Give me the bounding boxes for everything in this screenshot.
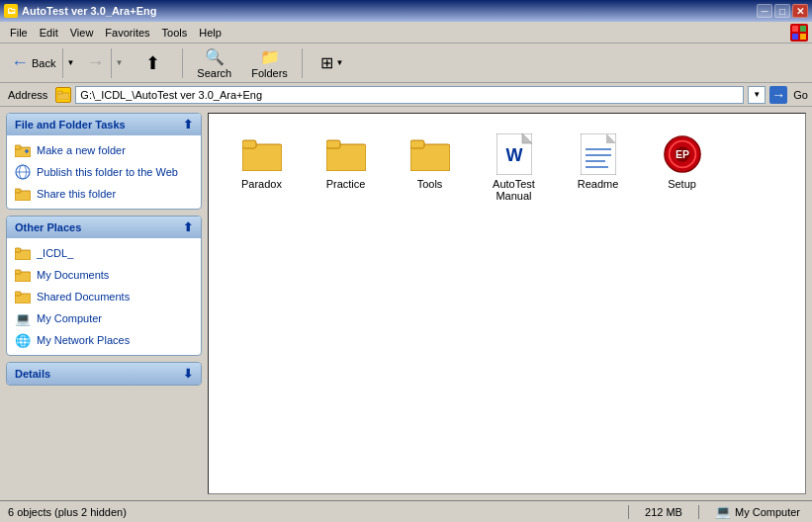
- statusbar-divider1: [628, 505, 629, 519]
- file-item-setup[interactable]: EP Setup: [645, 130, 719, 207]
- svg-rect-14: [15, 189, 21, 193]
- forward-arrow-icon: →: [86, 52, 104, 73]
- close-button[interactable]: ✕: [792, 4, 808, 18]
- practice-label: Practice: [326, 178, 366, 190]
- toolbar-sep2: [302, 48, 303, 78]
- go-button[interactable]: →: [769, 86, 787, 104]
- setup-app-icon: EP: [663, 134, 702, 174]
- address-input[interactable]: [75, 86, 744, 104]
- tasks-panel: File and Folder Tasks ⬆ Make a new folde…: [6, 113, 202, 210]
- search-label: Search: [197, 67, 231, 79]
- details-collapse-icon: ⬇: [183, 367, 193, 381]
- svg-rect-7: [15, 145, 21, 149]
- details-panel-title: Details: [15, 368, 50, 380]
- search-icon: 🔍: [205, 47, 225, 66]
- menu-tools[interactable]: Tools: [156, 25, 194, 41]
- maximize-button[interactable]: □: [774, 4, 790, 18]
- my-network-label: My Network Places: [37, 334, 130, 346]
- autotest-label: AutoTest Manual: [482, 178, 546, 202]
- forward-button-group: → ▼: [79, 48, 126, 78]
- folders-label: Folders: [251, 67, 288, 79]
- places-panel-header[interactable]: Other Places ⬆: [7, 217, 201, 238]
- forward-dropdown[interactable]: ▼: [112, 54, 126, 71]
- titlebar-left: 🗂 AutoTest ver 3.0_Ara+Eng: [4, 4, 156, 18]
- my-computer-label: My Computer: [37, 312, 102, 324]
- publish-folder-link[interactable]: Publish this folder to the Web: [15, 163, 193, 181]
- address-dropdown[interactable]: ▼: [748, 86, 766, 104]
- svg-rect-0: [792, 26, 798, 32]
- readme-file-icon: [579, 134, 618, 174]
- svg-rect-22: [242, 140, 256, 148]
- menubar: File Edit View Favorites Tools Help: [0, 22, 812, 44]
- back-arrow-icon: ←: [11, 52, 29, 73]
- svg-rect-2: [792, 34, 798, 40]
- go-label: Go: [793, 89, 808, 101]
- share-folder-label: Share this folder: [37, 188, 116, 200]
- publish-folder-icon: [15, 164, 31, 180]
- details-panel: Details ⬇: [6, 362, 202, 386]
- views-button[interactable]: ⊞ ▼: [308, 49, 357, 76]
- file-item-readme[interactable]: Readme: [561, 130, 635, 207]
- back-button[interactable]: ← Back: [4, 48, 62, 77]
- forward-button[interactable]: →: [79, 48, 111, 77]
- publish-folder-label: Publish this folder to the Web: [37, 166, 178, 178]
- toolbar-sep1: [182, 48, 183, 78]
- my-computer-link[interactable]: 💻 My Computer: [15, 309, 193, 327]
- statusbar-divider2: [698, 505, 699, 519]
- shared-documents-link[interactable]: Shared Documents: [15, 288, 193, 305]
- tools-label: Tools: [417, 178, 443, 190]
- tasks-panel-header[interactable]: File and Folder Tasks ⬆: [7, 114, 201, 135]
- statusbar-size-section: 212 MB: [637, 506, 690, 518]
- make-folder-icon: [15, 142, 31, 158]
- titlebar: 🗂 AutoTest ver 3.0_Ara+Eng ─ □ ✕: [0, 0, 812, 22]
- main-area: File and Folder Tasks ⬆ Make a new folde…: [0, 107, 812, 500]
- shared-documents-label: Shared Documents: [37, 291, 130, 303]
- details-panel-header[interactable]: Details ⬇: [7, 363, 201, 385]
- menu-help[interactable]: Help: [193, 25, 227, 41]
- icdl-folder-icon: [15, 245, 31, 261]
- windows-logo: [790, 24, 808, 42]
- practice-folder-icon: [326, 134, 366, 174]
- search-button[interactable]: 🔍 Search: [188, 44, 240, 83]
- addressbar-label: Address: [4, 89, 51, 101]
- go-arrow-icon: →: [771, 87, 785, 103]
- addressbar: Address ▼ → Go: [0, 83, 812, 107]
- file-item-autotest[interactable]: W AutoTest Manual: [477, 130, 551, 207]
- share-folder-link[interactable]: Share this folder: [15, 185, 193, 203]
- file-item-tools[interactable]: Tools: [393, 130, 467, 207]
- make-folder-label: Make a new folder: [37, 144, 126, 156]
- titlebar-icon: 🗂: [4, 4, 18, 18]
- menu-view[interactable]: View: [64, 25, 100, 41]
- menu-file[interactable]: File: [4, 25, 34, 41]
- my-documents-link[interactable]: My Documents: [15, 266, 193, 284]
- my-network-icon: 🌐: [15, 332, 31, 348]
- svg-rect-18: [15, 270, 21, 274]
- file-item-practice[interactable]: Practice: [309, 130, 383, 207]
- statusbar-computer-section: 💻 My Computer: [707, 504, 808, 519]
- svg-rect-20: [15, 292, 21, 296]
- minimize-button[interactable]: ─: [757, 4, 772, 18]
- chevron-down-icon: ▼: [66, 58, 74, 67]
- paradox-folder-icon: [242, 134, 282, 174]
- readme-label: Readme: [578, 178, 619, 190]
- icdl-link[interactable]: _ICDL_: [15, 244, 193, 262]
- setup-label: Setup: [668, 178, 696, 190]
- tools-folder-icon: [410, 134, 450, 174]
- menu-edit[interactable]: Edit: [34, 25, 64, 41]
- my-network-link[interactable]: 🌐 My Network Places: [15, 331, 193, 349]
- file-item-paradox[interactable]: Paradox: [225, 130, 299, 207]
- statusbar-size: 212 MB: [645, 506, 682, 518]
- icdl-label: _ICDL_: [37, 247, 73, 259]
- views-icon: ⊞: [320, 53, 333, 72]
- up-button[interactable]: ⬆: [128, 48, 177, 78]
- menu-favorites[interactable]: Favorites: [99, 25, 155, 41]
- svg-rect-26: [410, 140, 424, 148]
- svg-rect-16: [15, 248, 21, 252]
- up-arrow-icon: ⬆: [145, 52, 160, 74]
- make-folder-link[interactable]: Make a new folder: [15, 141, 193, 159]
- back-dropdown[interactable]: ▼: [63, 54, 77, 71]
- svg-rect-1: [800, 26, 806, 32]
- places-collapse-icon: ⬆: [183, 220, 193, 234]
- folders-button[interactable]: 📁 Folders: [242, 44, 297, 83]
- svg-rect-3: [800, 34, 806, 40]
